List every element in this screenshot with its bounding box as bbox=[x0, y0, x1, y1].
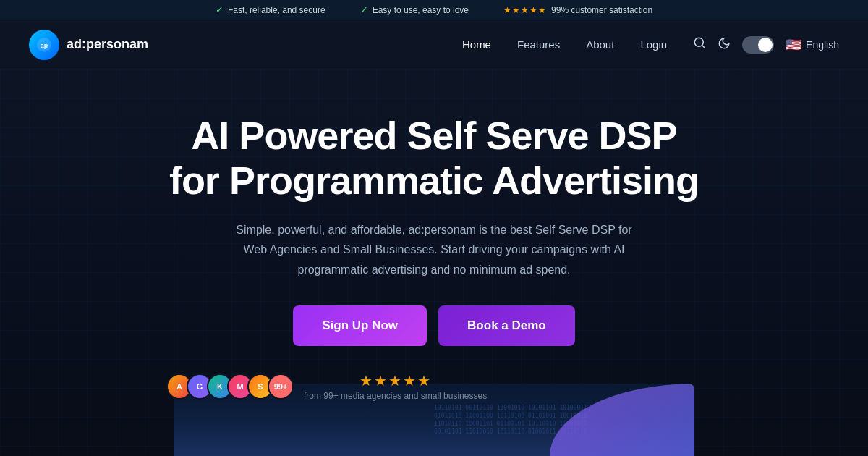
social-proof: A G K M S 99+ ★★★★★ from 99+ media agenc… bbox=[166, 372, 702, 401]
search-icon[interactable] bbox=[693, 36, 706, 53]
header-right: 🇺🇸 English bbox=[693, 36, 839, 54]
top-banner: ✓ Fast, reliable, and secure ✓ Easy to u… bbox=[0, 0, 868, 20]
flag-icon: 🇺🇸 bbox=[786, 37, 801, 53]
avatar-stack: A G K M S 99+ bbox=[166, 373, 294, 400]
nav-features[interactable]: Features bbox=[517, 38, 560, 51]
proof-right: ★★★★★ from 99+ media agencies and small … bbox=[304, 372, 487, 401]
avatar-count: 99+ bbox=[268, 373, 294, 400]
hero-section: AI Powered Self Serve DSP for Programmat… bbox=[0, 69, 868, 456]
logo-area[interactable]: ap ad:personam bbox=[29, 30, 148, 60]
hero-content: AI Powered Self Serve DSP for Programmat… bbox=[166, 113, 702, 424]
cta-buttons: Sign Up Now Book a Demo bbox=[166, 305, 702, 346]
nav-login[interactable]: Login bbox=[640, 38, 667, 51]
banner-easy: ✓ Easy to use, easy to love bbox=[360, 4, 469, 15]
check-icon-fast: ✓ bbox=[216, 4, 224, 15]
signup-button[interactable]: Sign Up Now bbox=[293, 305, 427, 346]
svg-text:ap: ap bbox=[41, 42, 48, 49]
nav-home[interactable]: Home bbox=[462, 38, 491, 51]
logo-text: ad:personam bbox=[67, 37, 148, 52]
proof-stars: ★★★★★ bbox=[304, 372, 487, 389]
banner-easy-text: Easy to use, easy to love bbox=[373, 5, 469, 15]
banner-satisfaction-text: 99% customer satisfaction bbox=[551, 5, 652, 15]
check-icon-easy: ✓ bbox=[360, 4, 368, 15]
banner-fast-text: Fast, reliable, and secure bbox=[228, 5, 326, 15]
banner-fast: ✓ Fast, reliable, and secure bbox=[216, 4, 326, 15]
demo-button[interactable]: Book a Demo bbox=[438, 305, 575, 346]
banner-stars: ★★★★★ bbox=[503, 5, 547, 15]
header: ap ad:personam Home Features About Login… bbox=[0, 20, 868, 69]
nav-about[interactable]: About bbox=[586, 38, 614, 51]
theme-toggle[interactable] bbox=[742, 36, 774, 54]
logo-icon: ap bbox=[29, 30, 59, 60]
svg-line-3 bbox=[702, 45, 705, 47]
hero-subtitle: Simple, powerful, and affordable, ad:per… bbox=[231, 220, 637, 279]
language-selector[interactable]: 🇺🇸 English bbox=[786, 37, 839, 53]
language-label: English bbox=[806, 39, 839, 51]
toggle-knob bbox=[758, 38, 773, 52]
hero-title: AI Powered Self Serve DSP for Programmat… bbox=[166, 113, 702, 203]
main-nav: Home Features About Login bbox=[462, 38, 667, 51]
proof-text: from 99+ media agencies and small busine… bbox=[304, 391, 487, 401]
banner-satisfaction: ★★★★★ 99% customer satisfaction bbox=[503, 5, 652, 15]
dark-mode-icon[interactable] bbox=[718, 37, 731, 53]
